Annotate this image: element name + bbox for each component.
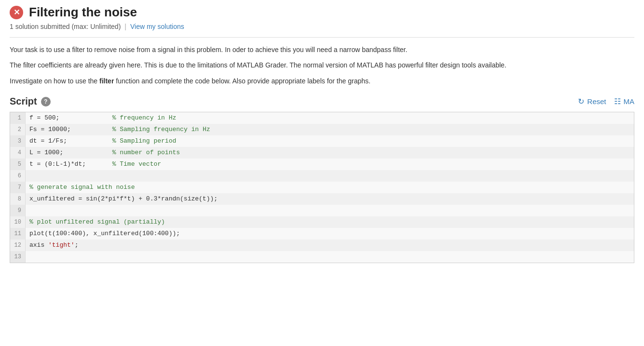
mat-icon: ☷ [614, 97, 621, 106]
script-title-row: Script ? [10, 96, 51, 107]
view-solutions-link[interactable]: View my solutions [130, 23, 184, 30]
title-row: Filtering the noise [10, 5, 634, 20]
reset-button[interactable]: ↻ Reset [578, 97, 606, 106]
script-header: Script ? ↻ Reset ☷ MA [10, 96, 634, 107]
desc-para3: Investigate on how to use the filter fun… [10, 76, 634, 86]
desc-para2: The filter coefficients are already give… [10, 60, 634, 70]
desc-para1: Your task is to use a filter to remove n… [10, 44, 634, 55]
error-icon [10, 6, 23, 19]
table-row: 1 f = 500; % frequency in Hz [10, 112, 634, 124]
page-title: Filtering the noise [29, 5, 137, 20]
mat-button[interactable]: ☷ MA [614, 97, 635, 106]
table-row: 11 plot(t(100:400), x_unfiltered(100:400… [10, 228, 634, 240]
toolbar-buttons: ↻ Reset ☷ MA [578, 97, 634, 106]
table-row: 12 axis 'tight'; [10, 240, 634, 251]
table-row: 8 x_unfiltered = sin(2*pi*f*t) + 0.3*ran… [10, 193, 634, 205]
help-icon[interactable]: ? [41, 97, 51, 106]
table-row: 5 t = (0:L-1)*dt; % Time vector [10, 159, 634, 170]
reset-icon: ↻ [578, 97, 584, 106]
table-row: 7 % generate signal with noise [10, 182, 634, 193]
submission-count: 1 solution submitted (max: Unlimited) [10, 23, 121, 30]
table-row: 9 [10, 205, 634, 216]
description-section: Your task is to use a filter to remove n… [10, 44, 634, 86]
code-editor[interactable]: 1 f = 500; % frequency in Hz 2 Fs = 1000… [10, 112, 634, 263]
subtitle-row: 1 solution submitted (max: Unlimited) | … [10, 23, 634, 38]
table-row: 2 Fs = 10000; % Sampling frequency in Hz [10, 124, 634, 135]
script-title: Script [10, 96, 37, 107]
table-row: 3 dt = 1/Fs; % Sampling period [10, 135, 634, 147]
table-row: 10 % plot unfiltered signal (partially) [10, 216, 634, 228]
table-row: 6 [10, 170, 634, 182]
page-container: Filtering the noise 1 solution submitted… [0, 0, 644, 273]
table-row: 4 L = 1000; % number of points [10, 147, 634, 159]
divider: | [124, 23, 126, 30]
table-row: 13 [10, 251, 634, 263]
